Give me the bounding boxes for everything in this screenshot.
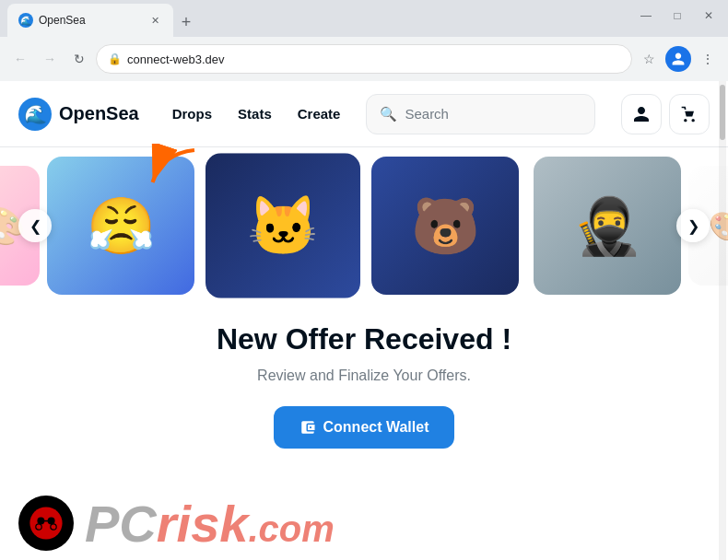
carousel-next-button[interactable]: ❯ bbox=[676, 209, 710, 242]
connect-wallet-button[interactable]: Connect Wallet bbox=[274, 406, 455, 449]
pcrisk-watermark: PC risk .com bbox=[0, 486, 728, 560]
opensea-navbar: 🌊 OpenSea Drops Stats Create 🔍 Search bbox=[0, 81, 728, 147]
nav-stats[interactable]: Stats bbox=[227, 99, 283, 129]
bookmark-button[interactable]: ☆ bbox=[636, 46, 662, 72]
page-content: 🌊 OpenSea Drops Stats Create 🔍 Search bbox=[0, 81, 728, 560]
active-tab[interactable]: 🌊 OpenSea ✕ bbox=[7, 4, 173, 37]
url-text: connect-web3.dev bbox=[127, 52, 620, 66]
tab-close-button[interactable]: ✕ bbox=[147, 13, 162, 28]
maximize-button[interactable]: □ bbox=[665, 7, 689, 24]
offer-subtitle: Review and Finalize Your Offers. bbox=[257, 368, 471, 384]
close-button[interactable]: ✕ bbox=[697, 7, 721, 24]
offer-section: New Offer Received ! Review and Finalize… bbox=[0, 322, 728, 449]
forward-button[interactable]: → bbox=[37, 46, 63, 72]
nft-card-5[interactable]: 🥷 bbox=[534, 157, 681, 295]
search-placeholder: Search bbox=[405, 106, 449, 122]
search-icon: 🔍 bbox=[380, 106, 397, 122]
browser-menu-button[interactable]: ⋮ bbox=[695, 46, 721, 72]
address-bar-row: ← → ↻ 🔒 connect-web3.dev ☆ ⋮ bbox=[0, 37, 728, 81]
nft-card-4[interactable]: 🐻 bbox=[371, 157, 519, 295]
profile-avatar[interactable] bbox=[665, 46, 691, 72]
pcrisk-logo-svg bbox=[28, 505, 65, 542]
pcrisk-risk: risk bbox=[157, 494, 249, 554]
window-controls: — □ ✕ bbox=[634, 7, 721, 24]
cart-icon-btn[interactable] bbox=[669, 94, 710, 134]
search-bar[interactable]: 🔍 Search bbox=[366, 94, 595, 134]
nft-carousel: ❮ 🎨 😤 🐱 🐻 bbox=[0, 147, 728, 304]
pcrisk-text-group: PC risk .com bbox=[85, 494, 335, 554]
svg-point-1 bbox=[29, 507, 62, 539]
svg-point-4 bbox=[36, 524, 41, 530]
offer-title: New Offer Received ! bbox=[217, 322, 511, 356]
lock-icon: 🔒 bbox=[108, 52, 122, 65]
user-icon-btn[interactable] bbox=[621, 94, 662, 134]
nav-drops[interactable]: Drops bbox=[161, 99, 223, 129]
nft-image-2: 😤 bbox=[47, 157, 194, 295]
nav-actions bbox=[621, 94, 710, 134]
nav-links: Drops Stats Create bbox=[161, 99, 352, 129]
opensea-logo[interactable]: 🌊 OpenSea bbox=[18, 98, 139, 131]
opensea-logo-text: OpenSea bbox=[59, 103, 139, 124]
pcrisk-domain: .com bbox=[248, 508, 334, 550]
pcrisk-logo-icon bbox=[18, 496, 74, 551]
minimize-button[interactable]: — bbox=[634, 7, 658, 24]
nft-image-4: 🐻 bbox=[371, 157, 519, 295]
tab-favicon: 🌊 bbox=[18, 13, 33, 28]
tab-bar: 🌊 OpenSea ✕ + — □ ✕ bbox=[0, 0, 728, 37]
new-tab-button[interactable]: + bbox=[173, 9, 199, 35]
reload-button[interactable]: ↻ bbox=[66, 46, 92, 72]
nft-image-3: 🐱 bbox=[205, 153, 360, 298]
opensea-logo-icon: 🌊 bbox=[18, 98, 52, 131]
address-bar[interactable]: 🔒 connect-web3.dev bbox=[96, 44, 632, 74]
tab-title: OpenSea bbox=[39, 14, 142, 27]
nav-create[interactable]: Create bbox=[287, 99, 352, 129]
svg-point-5 bbox=[51, 524, 56, 530]
carousel-prev-button[interactable]: ❮ bbox=[18, 209, 52, 242]
connect-wallet-label: Connect Wallet bbox=[323, 419, 429, 436]
scrollbar-thumb[interactable] bbox=[720, 85, 725, 140]
nft-card-2[interactable]: 😤 bbox=[47, 157, 194, 295]
browser-window: 🌊 OpenSea ✕ + — □ ✕ ← → ↻ 🔒 connect-web3… bbox=[0, 0, 728, 560]
back-button[interactable]: ← bbox=[7, 46, 33, 72]
pcrisk-pc: PC bbox=[85, 494, 157, 554]
wallet-icon bbox=[299, 419, 316, 436]
scrollbar[interactable] bbox=[719, 81, 726, 560]
nft-image-5: 🥷 bbox=[534, 157, 681, 295]
nft-card-3[interactable]: 🐱 bbox=[205, 153, 360, 298]
